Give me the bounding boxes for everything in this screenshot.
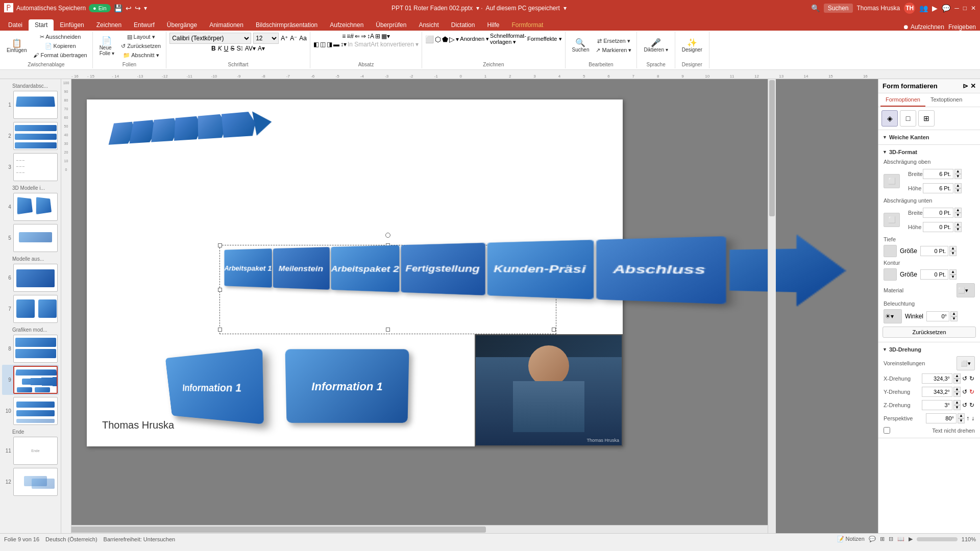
slide-thumb-5[interactable]: 5: [2, 223, 59, 253]
sprache-info[interactable]: Deutsch (Österreich): [45, 536, 97, 542]
format-tab-textoptionen[interactable]: Textoptionen: [925, 93, 967, 107]
align-left-btn[interactable]: ◧: [313, 41, 319, 48]
tab-ueberprufen[interactable]: Überprüfen: [370, 19, 412, 31]
winkel-spin-up[interactable]: ▲: [950, 311, 958, 316]
slide-thumb-10[interactable]: 10: [2, 396, 59, 426]
slide-thumb-4[interactable]: 4: [2, 192, 59, 222]
zoom-level[interactable]: 110%: [962, 536, 976, 542]
tab-datei[interactable]: Datei: [2, 19, 29, 31]
share-icon[interactable]: 👥: [919, 4, 928, 12]
process-item-4[interactable]: Fertigstellung: [401, 243, 485, 295]
font-color-btn[interactable]: A▾: [258, 45, 265, 52]
z-drehung-cw-btn[interactable]: ↺: [962, 401, 968, 409]
search-icon[interactable]: 🔍: [811, 4, 820, 12]
kontur-color-btn[interactable]: [884, 268, 897, 281]
tiefe-spin-down[interactable]: ▼: [949, 251, 957, 256]
tab-start[interactable]: Start: [29, 19, 54, 31]
tiefe-grosse-input[interactable]: [920, 246, 948, 256]
ersetzen-btn[interactable]: ⇄ Ersetzen ▾: [594, 37, 633, 45]
char-spacing-btn[interactable]: AV▾: [245, 45, 256, 52]
numbered-list-btn[interactable]: ≡#: [347, 33, 354, 40]
format-panel-close-btn[interactable]: ✕: [970, 82, 976, 90]
text-nicht-drehen-checkbox[interactable]: [884, 427, 890, 434]
winkel-spin-down[interactable]: ▼: [950, 316, 958, 321]
process-item-3[interactable]: Arbeitspaket 2: [331, 245, 400, 292]
section-header-weiche-kanten[interactable]: Weiche Kanten: [878, 132, 980, 142]
justify-btn[interactable]: ▬: [333, 41, 339, 48]
text-align-btn[interactable]: ⊞: [375, 33, 380, 40]
hohe-spin-up-2[interactable]: ▲: [954, 222, 962, 227]
schnellformatvorlagen-btn[interactable]: Schnellformat-vorlagen ▾: [490, 33, 526, 45]
perspektive-inc-btn[interactable]: ↑: [966, 414, 970, 422]
zoom-slider[interactable]: [917, 537, 958, 541]
hohe-spin-down-1[interactable]: ▼: [954, 188, 962, 193]
freigeben-btn[interactable]: Freigeben: [948, 23, 976, 31]
ausschneiden-btn[interactable]: ✂ Ausschneiden: [31, 33, 89, 41]
slide-thumb-8[interactable]: 8: [2, 334, 59, 364]
voreinstellungen-select-btn[interactable]: ⬜▾: [957, 356, 975, 370]
tab-zeichnen[interactable]: Zeichnen: [90, 19, 128, 31]
abschrägung-oben-preview[interactable]: ⬜: [884, 174, 900, 188]
handle-ml[interactable]: [218, 288, 222, 292]
anordnen-btn[interactable]: Anordnen ▾: [460, 36, 489, 42]
format-icon-shadow[interactable]: □: [900, 110, 916, 127]
shape-4[interactable]: ▷: [449, 35, 455, 43]
canvas-area[interactable]: 1009080706050403020100: [61, 79, 878, 533]
kontur-grosse-input[interactable]: [920, 269, 948, 280]
slide-thumb-9[interactable]: 9: [2, 365, 59, 395]
x-drehung-spin-down[interactable]: ▼: [953, 379, 961, 384]
shape-process-row[interactable]: Arbeitspaket 1 Meilenstein Arbeitspaket …: [219, 245, 556, 334]
breite-spin-up-2[interactable]: ▲: [954, 208, 962, 213]
search-box[interactable]: Suchen: [824, 4, 853, 13]
handle-bl[interactable]: [218, 328, 222, 332]
handle-bc[interactable]: [386, 328, 390, 332]
maximize-btn[interactable]: □: [963, 5, 967, 12]
kontur-spin-down[interactable]: ▼: [949, 274, 957, 280]
indent-dec-btn[interactable]: ⇐: [355, 33, 360, 40]
slide-canvas[interactable]: Arbeitspaket 1 Meilenstein Arbeitspaket …: [87, 99, 623, 446]
hohe-spin-down-2[interactable]: ▼: [954, 227, 962, 232]
z-drehung-spin-up[interactable]: ▲: [953, 400, 961, 405]
perspektive-dec-btn[interactable]: ↓: [971, 414, 975, 422]
y-drehung-input[interactable]: [922, 387, 952, 397]
breite-spin-down-1[interactable]: ▼: [954, 174, 962, 179]
toolbar-redo-icon[interactable]: ↪: [135, 4, 141, 12]
breite-spin-up-1[interactable]: ▲: [954, 169, 962, 174]
x-drehung-input[interactable]: [922, 373, 952, 384]
material-select-btn[interactable]: ⬜▾: [957, 283, 975, 297]
abschnitt-btn[interactable]: 📁 Abschnitt ▾: [119, 51, 163, 60]
tab-formformat[interactable]: Formformat: [505, 19, 549, 31]
tab-aufzeichnen[interactable]: Aufzeichnen: [324, 19, 370, 31]
font-size-select[interactable]: 12: [253, 33, 279, 44]
perspektive-spin-down[interactable]: ▼: [958, 418, 965, 423]
format-uebertragen-btn[interactable]: 🖌 Format übertragen: [31, 51, 89, 59]
x-drehung-spin-up[interactable]: ▲: [953, 373, 961, 379]
format-panel-scroll[interactable]: Weiche Kanten 3D-Format Abschrägung oben…: [878, 130, 980, 533]
notes-btn[interactable]: 📝 Notizen: [837, 536, 865, 542]
perspektive-spin-up[interactable]: ▲: [958, 413, 965, 418]
diktieren-btn[interactable]: 🎤 Diktieren ▾: [640, 33, 671, 58]
tab-ansicht[interactable]: Ansicht: [412, 19, 445, 31]
process-item-1[interactable]: Arbeitspaket 1: [224, 248, 272, 288]
slide-thumb-11[interactable]: 11 Ende: [2, 436, 59, 466]
process-item-6[interactable]: Abschluss: [596, 236, 726, 304]
zuruecksetzen-btn[interactable]: ↺ Zurücksetzen: [119, 42, 163, 51]
present-icon[interactable]: ▶: [932, 4, 938, 12]
beleuchtung-select-btn[interactable]: ☀▾: [884, 309, 902, 323]
shape-1[interactable]: ⬜: [425, 35, 434, 43]
toolbar-undo-icon[interactable]: ↩: [126, 4, 132, 12]
bullet-list-btn[interactable]: ≡: [342, 33, 346, 40]
shape-more[interactable]: ▾: [456, 36, 459, 43]
kontur-spin-up[interactable]: ▲: [949, 269, 957, 274]
view-normal-btn[interactable]: ⊞: [880, 536, 885, 542]
view-overview-btn[interactable]: ⊟: [889, 536, 893, 542]
slide-thumb-1[interactable]: 1: [2, 90, 59, 120]
suchen-btn[interactable]: 🔍 Suchen: [569, 33, 593, 58]
markieren-btn[interactable]: ↗ Markieren ▾: [594, 46, 633, 55]
designer-btn[interactable]: ✨ Designer: [678, 33, 706, 58]
slide-thumb-3[interactable]: 3 ─ ─ ─ ─ ─ ─ ─ ─ ─: [2, 152, 59, 182]
layout-btn[interactable]: ▤ Layout ▾: [119, 33, 163, 41]
line-spacing-btn[interactable]: ↕▾: [340, 41, 347, 48]
perspektive-input[interactable]: [926, 413, 957, 423]
abschrägung-oben-hohe-input[interactable]: [923, 183, 953, 193]
